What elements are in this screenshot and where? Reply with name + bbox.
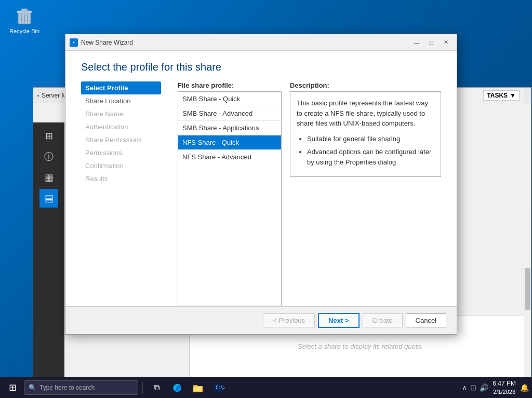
wizard-titlebar: ▪ New Share Wizard — □ ✕ — [65, 34, 457, 51]
next-button[interactable]: Next > — [318, 313, 359, 328]
taskview-icon: ⧉ — [154, 383, 159, 392]
profile-smb-advanced[interactable]: SMB Share - Advanced — [178, 106, 281, 121]
taskbar-separator-1 — [142, 381, 143, 394]
dialog-close-icon: ✕ — [444, 39, 448, 46]
nav-share-location[interactable]: Share Location — [81, 94, 161, 107]
wizard-close-button[interactable]: ✕ — [439, 37, 453, 48]
previous-button[interactable]: < Previous — [263, 313, 315, 327]
recycle-bin-icon[interactable]: Recycle Bin — [9, 5, 39, 34]
nav-share-permissions: Share Permissions — [81, 133, 161, 146]
profile-nfs-quick[interactable]: NFS Share - Quick — [178, 135, 281, 150]
sidebar-info-icon[interactable]: ⓘ — [39, 147, 58, 166]
nav-results: Results — [81, 172, 161, 185]
chevron-up-icon[interactable]: ∧ — [462, 383, 467, 392]
explorer-icon — [192, 382, 204, 393]
date-display: 2/1/2023 — [493, 388, 516, 396]
start-icon: ⊞ — [9, 382, 17, 393]
profile-nfs-advanced[interactable]: NFS Share - Advanced — [178, 150, 281, 164]
scrollbar-track[interactable] — [524, 104, 531, 377]
nav-select-profile[interactable]: Select Profile — [81, 81, 161, 94]
wizard-minimize-button[interactable]: — — [410, 37, 423, 48]
file-share-profile-label: File share profile: — [178, 81, 234, 89]
tasks-dropdown-arrow: ▼ — [510, 92, 516, 99]
bullet-1: Suitable for general file sharing — [307, 134, 434, 144]
server-sidebar: ⊞ ⓘ ▦ ▤ — [33, 122, 64, 377]
wizard-navigation: Select Profile Share Location Share Name… — [81, 81, 169, 306]
sidebar-dashboard-icon[interactable]: ⊞ — [39, 127, 58, 145]
description-bullets: Suitable for general file sharing Advanc… — [297, 134, 434, 168]
svg-rect-8 — [194, 387, 202, 391]
search-input[interactable]: Type here to search — [39, 384, 95, 391]
start-button[interactable]: ⊞ — [3, 378, 22, 397]
nav-permissions: Permissions — [81, 146, 161, 159]
wizard-body: Select the profile for this share Select… — [65, 51, 457, 334]
wizard-footer: < Previous Next > Create Cancel — [65, 306, 457, 334]
nav-confirmation: Confirmation — [81, 159, 161, 172]
svg-text:C:\>: C:\> — [216, 386, 224, 390]
wizard-title-icon: ▪ — [70, 38, 78, 47]
recycle-bin-label: Recycle Bin — [9, 28, 39, 34]
tasks-dropdown[interactable]: TASKS ▼ — [483, 90, 520, 101]
panel-headers: File share profile: Description: — [178, 81, 441, 89]
new-share-wizard-dialog: ▪ New Share Wizard — □ ✕ Select the prof… — [65, 34, 457, 335]
edge-icon — [171, 382, 183, 393]
svg-rect-2 — [21, 9, 28, 11]
edge-app[interactable] — [168, 378, 187, 397]
notification-button[interactable]: 🔔 — [520, 383, 529, 392]
profile-smb-applications[interactable]: SMB Share - Applications — [178, 121, 281, 135]
create-button[interactable]: Create — [363, 313, 403, 327]
description-text: This basic profile represents the fastes… — [297, 98, 434, 129]
bullet-2: Advanced options can be configured later… — [307, 147, 434, 167]
wizard-maximize-button[interactable]: □ — [424, 37, 438, 48]
clock-display[interactable]: 6:47 PM 2/1/2023 — [493, 379, 516, 396]
time-display: 6:47 PM — [493, 379, 516, 388]
wizard-heading: Select the profile for this share — [81, 61, 441, 73]
volume-icon: 🔊 — [480, 383, 488, 392]
taskview-button[interactable]: ⧉ — [147, 378, 166, 397]
wizard-title: New Share Wizard — [81, 39, 407, 46]
profile-smb-quick[interactable]: SMB Share - Quick — [178, 92, 281, 106]
wizard-window-controls: — □ ✕ — [410, 37, 453, 48]
search-icon: 🔍 — [29, 384, 36, 391]
search-bar[interactable]: 🔍 Type here to search — [24, 380, 138, 395]
nav-share-name: Share Name — [81, 107, 161, 120]
taskbar-right: ∧ ⊡ 🔊 6:47 PM 2/1/2023 🔔 — [462, 379, 529, 396]
profile-list[interactable]: SMB Share - Quick SMB Share - Advanced S… — [178, 91, 282, 306]
scrollbar-thumb[interactable] — [525, 268, 530, 310]
terminal-icon: C:\> — [213, 382, 224, 393]
system-tray-icons: ∧ ⊡ 🔊 — [462, 383, 488, 392]
sidebar-chart-icon[interactable]: ▦ — [39, 168, 58, 187]
panels-row: SMB Share - Quick SMB Share - Advanced S… — [178, 91, 441, 306]
description-panel: This basic profile represents the fastes… — [290, 91, 441, 177]
wizard-content: Select Profile Share Location Share Name… — [65, 81, 457, 306]
wizard-right-panel: File share profile: Description: SMB Sha… — [169, 81, 441, 306]
network-icon: ⊡ — [470, 383, 476, 392]
explorer-app[interactable] — [189, 378, 207, 397]
taskbar: ⊞ 🔍 Type here to search ⧉ — [0, 377, 532, 398]
dialog-minimize-icon: — — [414, 39, 420, 46]
dialog-maximize-icon: □ — [430, 39, 433, 46]
description-label: Description: — [290, 81, 329, 89]
cancel-button[interactable]: Cancel — [406, 313, 446, 327]
sidebar-share-icon[interactable]: ▤ — [39, 189, 58, 208]
nav-authentication: Authentication — [81, 120, 161, 133]
terminal-app[interactable]: C:\> — [209, 378, 228, 397]
desktop: Recycle Bin ▪ Server Manager — □ ✕ ⊞ ⓘ ▦… — [0, 0, 532, 398]
description-container: This basic profile represents the fastes… — [282, 91, 441, 306]
wizard-header: Select the profile for this share — [65, 51, 457, 81]
